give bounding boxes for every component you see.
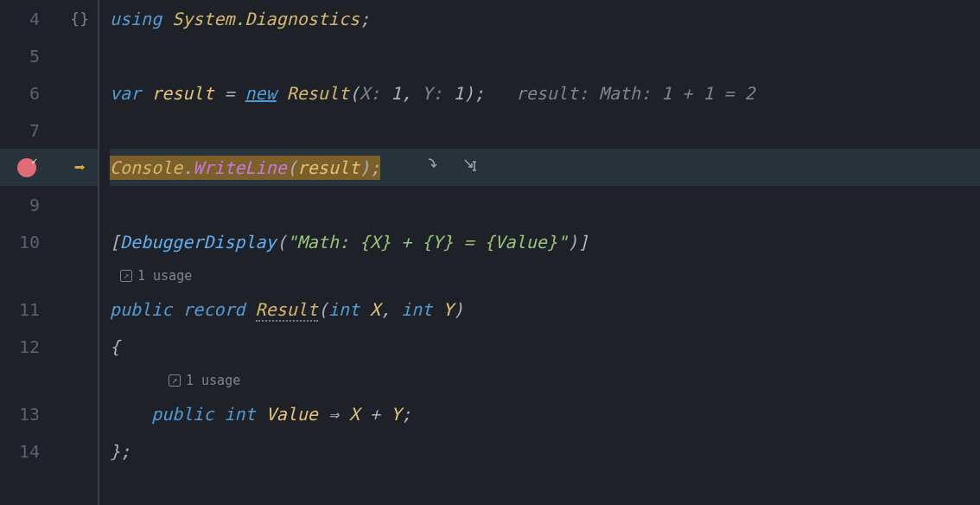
gutter-row: [0, 260, 98, 291]
code-line-11[interactable]: public record Result(int X, int Y): [110, 291, 980, 328]
code-line-10[interactable]: [DebuggerDisplay("Math: {X} + {Y} = {Val…: [110, 223, 980, 260]
usage-icon: ↗: [120, 270, 132, 282]
gutter-row[interactable]: 13: [0, 395, 98, 432]
line-number: 7: [0, 120, 45, 141]
gutter-row[interactable]: 4 {}: [0, 0, 98, 37]
breakpoint-icon[interactable]: [17, 158, 36, 177]
line-number: 5: [0, 46, 45, 67]
inline-debug-value: result: Math: 1 + 1 = 2: [485, 83, 755, 104]
line-number: 4: [0, 9, 45, 29]
line-number: 10: [0, 232, 45, 252]
line-number: 13: [0, 404, 45, 425]
usage-icon: ↗: [169, 374, 181, 387]
usage-badge[interactable]: ↗1 usage: [110, 365, 980, 395]
gutter-row[interactable]: 12: [0, 328, 98, 365]
line-number: 11: [0, 299, 45, 320]
line-number: 12: [0, 336, 45, 357]
gutter-row[interactable]: 7: [0, 112, 98, 149]
line-number: 9: [0, 195, 45, 215]
gutter-row[interactable]: 5: [0, 37, 98, 74]
run-to-cursor-icon[interactable]: [461, 157, 479, 178]
gutter-row[interactable]: ➡: [0, 149, 98, 186]
gutter-row: [0, 365, 98, 395]
gutter: 4 {} 5 6 7 ➡ 9 10 11 12 13: [0, 0, 99, 505]
step-into-icon[interactable]: [423, 157, 441, 178]
usage-badge[interactable]: ↗1 usage: [110, 260, 980, 291]
gutter-row[interactable]: 6: [0, 74, 98, 112]
execution-pointer-icon: ➡: [74, 157, 86, 178]
code-editor: 4 {} 5 6 7 ➡ 9 10 11 12 13: [0, 0, 980, 505]
code-line-8[interactable]: Console.WriteLine(result);: [110, 149, 980, 186]
line-number: 14: [0, 441, 45, 462]
code-line-9[interactable]: [110, 186, 980, 223]
code-braces-icon: {}: [70, 10, 89, 28]
code-line-4[interactable]: using System.Diagnostics;: [110, 0, 980, 37]
code-line-5[interactable]: [110, 37, 980, 74]
code-line-12[interactable]: {: [110, 328, 980, 365]
gutter-row[interactable]: 9: [0, 186, 98, 223]
line-number: 6: [0, 83, 45, 104]
gutter-row[interactable]: 10: [0, 223, 98, 260]
gutter-row[interactable]: 14: [0, 432, 98, 470]
code-area[interactable]: using System.Diagnostics; var result = n…: [99, 0, 980, 505]
code-line-6[interactable]: var result = new Result(X: 1, Y: 1); res…: [110, 74, 980, 112]
code-line-13[interactable]: public int Value ⇒ X + Y;: [110, 395, 980, 432]
code-line-14[interactable]: };: [110, 432, 980, 470]
code-line-7[interactable]: [110, 112, 980, 149]
gutter-row[interactable]: 11: [0, 291, 98, 328]
